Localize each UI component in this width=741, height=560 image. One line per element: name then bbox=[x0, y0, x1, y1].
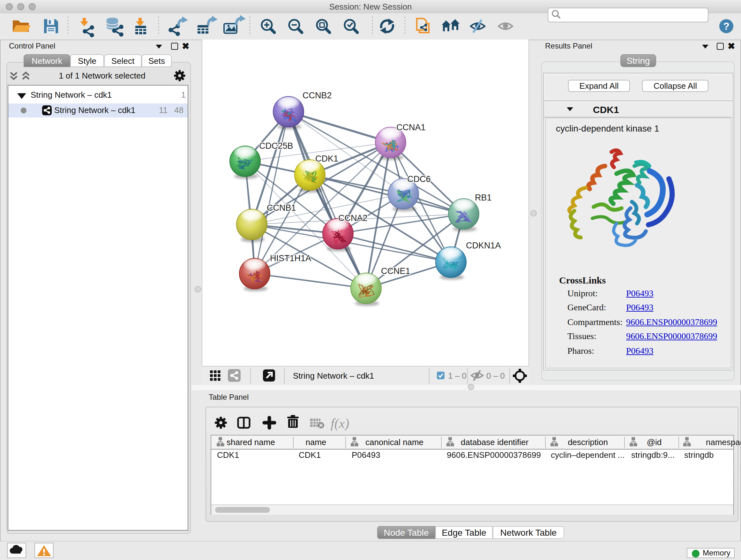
svg-text:CDK1: CDK1 bbox=[315, 154, 338, 164]
svg-text:HIST1H1A: HIST1H1A bbox=[270, 253, 311, 263]
svg-text:RB1: RB1 bbox=[475, 193, 492, 202]
svg-text:f(x): f(x) bbox=[331, 416, 349, 431]
svg-text:CDC25B: CDC25B bbox=[259, 141, 293, 151]
svg-text:CCNA2: CCNA2 bbox=[338, 213, 367, 223]
svg-text:?: ? bbox=[723, 20, 730, 32]
svg-text:CDC6: CDC6 bbox=[407, 174, 431, 184]
svg-text:CDKN1A: CDKN1A bbox=[466, 241, 501, 250]
svg-text:CCNA1: CCNA1 bbox=[396, 123, 426, 132]
svg-text:CCNE1: CCNE1 bbox=[381, 266, 410, 276]
svg-text:CCNB1: CCNB1 bbox=[267, 203, 296, 212]
svg-text:CCNB2: CCNB2 bbox=[302, 91, 332, 100]
